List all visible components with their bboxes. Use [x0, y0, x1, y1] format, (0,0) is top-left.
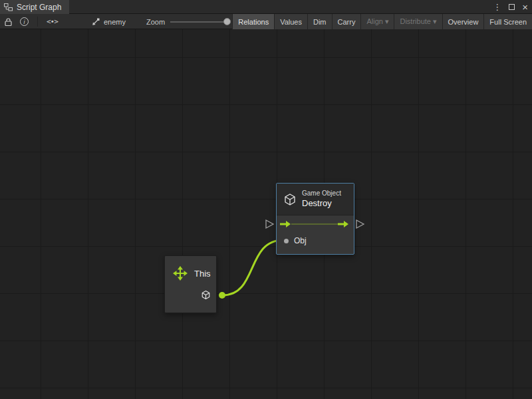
maximize-icon[interactable] [509, 4, 515, 10]
close-icon[interactable]: × [522, 2, 528, 12]
node-this[interactable]: This [164, 255, 217, 313]
menu-icon[interactable]: ⋮ [493, 3, 501, 11]
node-destroy-flow-row [277, 215, 354, 233]
obj-port-label: Obj [294, 236, 307, 245]
node-destroy[interactable]: Game Object Destroy Obj [276, 183, 354, 255]
distribute-dropdown[interactable]: Distribute ▾ [394, 14, 442, 29]
code-view-icon[interactable]: <∙> [47, 14, 58, 29]
relations-button[interactable]: Relations [232, 14, 274, 29]
overview-button[interactable]: Overview [442, 14, 484, 29]
move-arrows-icon [173, 266, 188, 281]
fullscreen-button[interactable]: Full Screen [483, 14, 532, 29]
zoom-label: Zoom [146, 18, 165, 26]
wire-layer [0, 29, 532, 399]
relation-line [291, 223, 339, 225]
node-destroy-titles: Game Object Destroy [302, 190, 341, 209]
obj-input-port[interactable] [284, 239, 289, 243]
node-category: Game Object [302, 190, 341, 198]
graph-name-label: enemy [104, 18, 126, 26]
graph-toolbar: i <∙> enemy Zoom 1x Relations Values Dim… [0, 14, 532, 29]
zoom-control: Zoom 1x [146, 14, 243, 29]
graph-canvas[interactable]: Game Object Destroy Obj [0, 29, 532, 399]
lock-icon[interactable] [4, 14, 13, 29]
zoom-slider-knob[interactable] [223, 18, 231, 25]
info-icon[interactable]: i [20, 14, 29, 29]
window-controls: ⋮ × [493, 0, 528, 14]
toolbar-button-group: Relations Values Dim Carry Align ▾ Distr… [232, 14, 532, 29]
carry-button[interactable]: Carry [332, 14, 361, 29]
node-title: Destroy [302, 198, 341, 209]
graph-pointer-icon [92, 18, 100, 26]
node-this-title: This [194, 269, 211, 279]
flow-input-arrow-icon[interactable] [280, 220, 291, 228]
script-graph-icon [4, 3, 13, 11]
align-dropdown[interactable]: Align ▾ [360, 14, 394, 29]
gameobject-output-cube-icon [201, 290, 211, 300]
tab-title: Script Graph [17, 3, 61, 12]
connection-wire[interactable] [223, 240, 283, 295]
unity-graph-window: Script Graph ⋮ × i <∙> enemy [0, 0, 532, 399]
tab-script-graph[interactable]: Script Graph [0, 0, 69, 14]
flow-output-arrow-icon[interactable] [338, 220, 348, 228]
node-destroy-obj-row: Obj [277, 233, 354, 249]
node-this-header: This [165, 256, 216, 281]
gameobject-cube-icon [283, 193, 297, 206]
toolbar-divider [37, 17, 38, 27]
graph-breadcrumb[interactable]: enemy [92, 14, 126, 29]
dim-button[interactable]: Dim [307, 14, 332, 29]
values-button[interactable]: Values [274, 14, 307, 29]
titlebar: Script Graph ⋮ × [0, 0, 532, 14]
zoom-slider[interactable] [170, 21, 227, 23]
node-destroy-header[interactable]: Game Object Destroy [277, 184, 354, 215]
